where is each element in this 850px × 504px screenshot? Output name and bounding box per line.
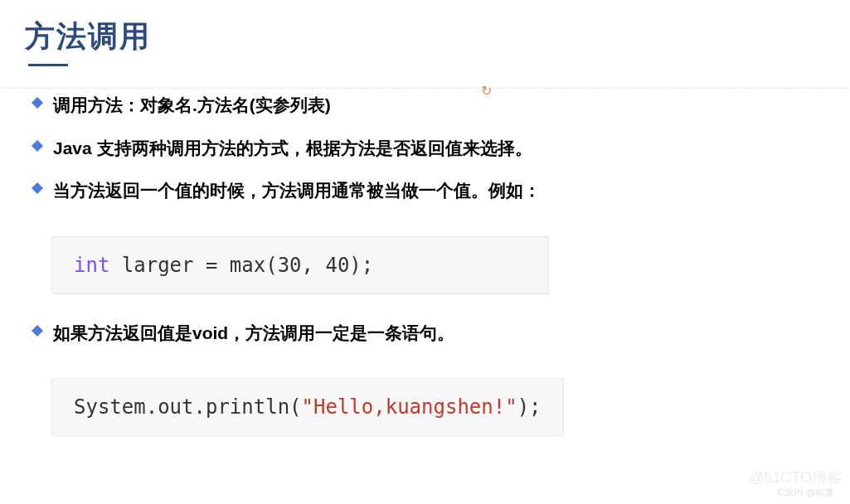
anchor-icon: ↻ [481,83,492,99]
code-block-1: int larger = max(30, 40); [51,236,549,294]
diamond-icon [32,140,43,152]
title-underline [28,64,68,66]
bullet-text: 调用方法：对象名.方法名(实参列表) [53,91,331,119]
bullet-item: 调用方法：对象名.方法名(实参列表) [32,91,825,119]
bullet-item: Java 支持两种调用方法的方式，根据方法是否返回值来选择。 [32,134,825,162]
watermark-csdn: CSDN @前袭 [778,487,833,499]
svg-marker-3 [32,325,43,337]
code-string: "Hello,kuangshen!" [302,395,517,419]
code-text: larger = max(30, 40); [109,254,373,277]
bullet-text: 如果方法返回值是void，方法调用一定是一条语句。 [53,319,454,347]
code-block-2: System.out.println("Hello,kuangshen!"); [51,378,564,436]
section-divider [2,88,848,89]
code-keyword: int [74,254,109,277]
svg-marker-1 [32,140,43,152]
svg-marker-0 [32,97,43,109]
svg-marker-2 [32,182,43,194]
code-text: System.out.println( [74,395,302,419]
bullet-list: 调用方法：对象名.方法名(实参列表) Java 支持两种调用方法的方式，根据方法… [25,91,825,205]
code-text: ); [517,395,542,419]
bullet-text: Java 支持两种调用方法的方式，根据方法是否返回值来选择。 [53,134,532,162]
bullet-text: 当方法返回一个值的时候，方法调用通常被当做一个值。例如： [53,177,541,205]
watermark-51cto: @51CTO博客 [749,468,842,487]
diamond-icon [32,182,43,194]
diamond-icon [32,97,43,109]
bullet-list: 如果方法返回值是void，方法调用一定是一条语句。 [25,319,825,347]
bullet-item: 如果方法返回值是void，方法调用一定是一条语句。 [32,319,825,347]
bullet-item: 当方法返回一个值的时候，方法调用通常被当做一个值。例如： [32,177,825,205]
diamond-icon [32,325,43,337]
page-title: 方法调用 [25,17,825,57]
